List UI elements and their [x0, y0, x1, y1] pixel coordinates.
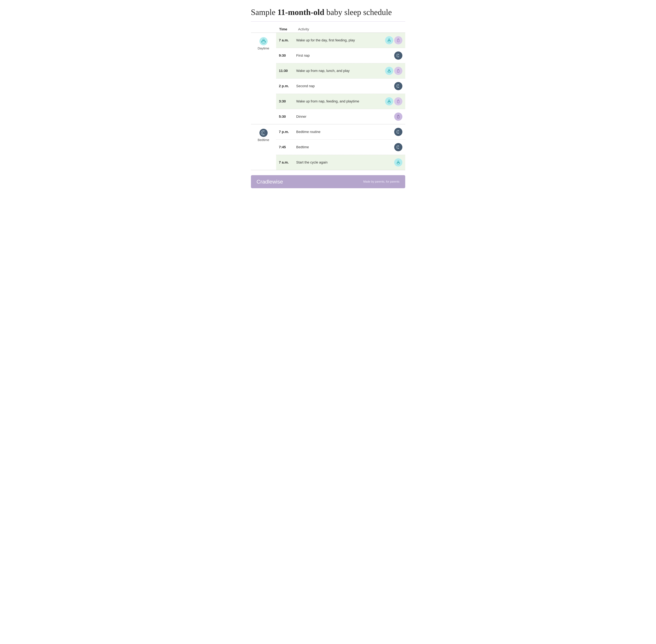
footer-tagline: Made by parents, for parents [363, 180, 400, 183]
row-time-2: 9:30 [279, 53, 296, 58]
daytime-section: Daytime 7 a.m. Wake up for the day, firs… [251, 33, 405, 124]
svg-point-15 [399, 86, 399, 86]
bedtime-icon [259, 129, 268, 137]
bedtime-label: Bedtime [251, 124, 276, 170]
purple-bottle-icon-2 [394, 67, 402, 75]
teal-baby-icon [385, 36, 393, 44]
row-icons-2 [388, 51, 402, 60]
table-row: 11:30 Wake up from nap, lunch, and play [276, 63, 405, 78]
title-prefix: Sample [251, 8, 277, 17]
svg-point-31 [398, 161, 399, 162]
row-time-8: 7:45 [279, 145, 296, 149]
svg-point-28 [399, 146, 399, 147]
row-activity-5: Wake up from nap, feeding, and playtime [296, 99, 385, 104]
row-time-9: 7 a.m. [279, 160, 296, 164]
footer-brand: Cradlewise [256, 179, 283, 185]
table-row: 7 a.m. Start the cycle again [276, 155, 405, 170]
svg-point-24 [264, 132, 265, 132]
daytime-icon [259, 37, 268, 45]
daytime-text: Daytime [258, 47, 269, 50]
row-icons-6 [388, 113, 402, 121]
row-activity-8: Bedtime [296, 145, 388, 149]
svg-point-27 [399, 132, 400, 132]
title-bold: 11-month-old [277, 8, 324, 17]
teal-baby-icon-4 [394, 158, 402, 166]
row-icons-8 [388, 143, 402, 151]
svg-point-4 [388, 39, 390, 40]
row-time-1: 7 a.m. [279, 38, 296, 42]
row-time-7: 7 p.m. [279, 130, 296, 134]
purple-bottle-icon [394, 36, 402, 44]
row-activity-2: First nap [296, 53, 388, 58]
row-time-5: 3:30 [279, 99, 296, 104]
dark-moon-icon-4 [394, 143, 402, 151]
row-activity-1: Wake up for the day, first feeding, play [296, 38, 385, 42]
dark-moon-icon-2 [394, 82, 402, 90]
teal-baby-icon-2 [385, 67, 393, 75]
row-icons-1 [385, 36, 402, 44]
dark-moon-icon [394, 51, 402, 60]
svg-point-18 [388, 100, 390, 101]
purple-bottle-icon-3 [394, 97, 402, 106]
table-header: Time Activity [251, 26, 405, 33]
row-time-3: 11:30 [279, 69, 296, 73]
title-divider [251, 21, 405, 22]
lavender-bottle-icon [394, 113, 402, 121]
footer-bar: Cradlewise Made by parents, for parents [251, 175, 405, 188]
svg-point-16 [399, 86, 400, 87]
row-icons-4 [388, 82, 402, 90]
table-row: 7 a.m. Wake up for the day, first feedin… [276, 33, 405, 48]
svg-point-9 [399, 56, 400, 56]
row-activity-7: Bedtime routine [296, 130, 388, 134]
svg-point-26 [399, 131, 399, 132]
daytime-rows: 7 a.m. Wake up for the day, first feedin… [276, 33, 405, 124]
svg-point-11 [388, 69, 390, 70]
table-row: 9:30 First nap [276, 48, 405, 63]
teal-baby-icon-3 [385, 97, 393, 106]
table-row: 7:45 Bedtime [276, 140, 405, 155]
svg-point-25 [265, 133, 265, 134]
row-icons-9 [388, 158, 402, 166]
bedtime-text: Bedtime [258, 138, 269, 142]
dark-moon-icon-3 [394, 128, 402, 136]
table-row: 3:30 Wake up from nap, feeding, and play… [276, 94, 405, 109]
header-time: Time [279, 27, 298, 31]
row-icons-5 [385, 97, 402, 106]
table-row: 2 p.m. Second nap [276, 78, 405, 94]
row-icons-3 [385, 67, 402, 75]
row-time-4: 2 p.m. [279, 84, 296, 88]
header-activity: Activity [298, 27, 309, 31]
svg-point-8 [399, 55, 399, 55]
bedtime-rows: 7 p.m. Bedtime routine 7:45 Bedtime [276, 124, 405, 170]
table-row: 7 p.m. Bedtime routine [276, 124, 405, 140]
bedtime-section: Bedtime 7 p.m. Bedtime routine 7:45 Bedt… [251, 124, 405, 170]
row-time-6: 5:30 [279, 115, 296, 119]
table-row: 5:30 Dinner [276, 109, 405, 124]
row-activity-3: Wake up from nap, lunch, and play [296, 69, 385, 73]
page-title: Sample 11-month-old baby sleep schedule [251, 7, 405, 17]
daytime-label: Daytime [251, 33, 276, 124]
row-activity-6: Dinner [296, 115, 388, 119]
row-activity-4: Second nap [296, 84, 388, 88]
row-activity-9: Start the cycle again [296, 160, 388, 164]
row-icons-7 [388, 128, 402, 136]
title-suffix: baby sleep schedule [324, 8, 392, 17]
